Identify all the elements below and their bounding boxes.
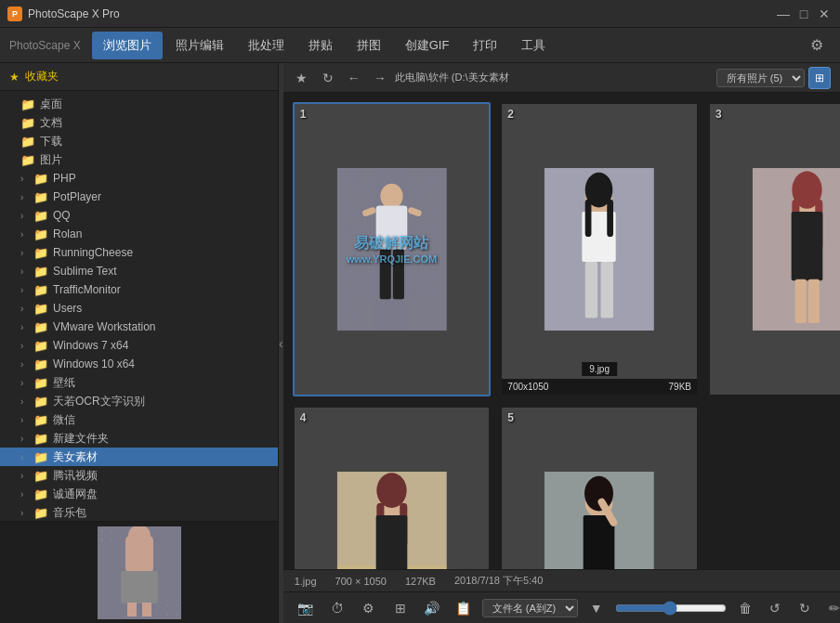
camera-button[interactable]: 📷 xyxy=(293,596,319,620)
edit-button[interactable]: ✏ xyxy=(821,596,840,620)
item-label: 新建文件夹 xyxy=(53,431,270,447)
rotate-ccw-button[interactable]: ↺ xyxy=(762,596,788,620)
item-label: RunningCheese xyxy=(53,246,270,259)
photo-cell-4[interactable]: 4 xyxy=(293,406,492,569)
minimize-button[interactable]: — xyxy=(775,6,792,22)
menu-tools[interactable]: 工具 xyxy=(510,32,557,59)
photo-cell-5[interactable]: 5 xyxy=(500,406,699,569)
delete-button[interactable]: 🗑 xyxy=(732,596,758,620)
item-label: Windows 7 x64 xyxy=(53,339,270,352)
svg-rect-37 xyxy=(792,212,823,280)
svg-point-7 xyxy=(101,539,103,541)
item-label: 桌面 xyxy=(40,97,270,112)
sidebar-item-wallpaper[interactable]: › 📁 壁纸 xyxy=(0,373,278,392)
menu-puzzle[interactable]: 拼图 xyxy=(346,32,392,59)
folder-icon: 📁 xyxy=(33,487,48,501)
expand-arrow: › xyxy=(20,471,32,481)
menubar: PhotoScape X 浏览图片 照片编辑 批处理 拼贴 拼图 创建GIF 打… xyxy=(0,28,840,63)
menu-batch[interactable]: 批处理 xyxy=(237,32,295,59)
photo-img-4 xyxy=(295,408,490,569)
grid-button[interactable]: ⊞ xyxy=(387,596,413,620)
sidebar-item-rolan[interactable]: › 📁 Rolan xyxy=(0,225,278,243)
menu-browse[interactable]: 浏览图片 xyxy=(92,32,163,59)
photo-number-5: 5 xyxy=(507,411,514,424)
window-controls: — □ ✕ xyxy=(775,6,833,22)
volume-button[interactable]: 🔊 xyxy=(419,596,445,620)
sidebar-item-users[interactable]: › 📁 Users xyxy=(0,299,278,318)
sidebar-item-docs[interactable]: 📁 文档 xyxy=(0,113,278,132)
sidebar-item-newfolder[interactable]: › 📁 新建文件夹 xyxy=(0,429,278,448)
sidebar-item-wechat[interactable]: › 📁 微信 xyxy=(0,410,278,429)
folder-icon: 📁 xyxy=(33,357,48,371)
expand-arrow: › xyxy=(20,322,32,332)
sidebar-item-win7[interactable]: › 📁 Windows 7 x64 xyxy=(0,336,278,355)
expand-arrow: › xyxy=(20,396,32,407)
folder-icon: 📁 xyxy=(33,283,48,297)
item-label: Sublime Text xyxy=(53,265,270,278)
sidebar-item-musicpack[interactable]: › 📁 音乐包 xyxy=(0,503,278,521)
sidebar-item-meinu[interactable]: › 📁 美女素材 xyxy=(0,448,278,466)
folder-icon: 📁 xyxy=(20,116,35,130)
rotate-button[interactable]: ⏱ xyxy=(324,596,350,620)
folder-icon: 📁 xyxy=(33,339,48,353)
sidebar-item-trafficmonitor[interactable]: › 📁 TrafficMonitor xyxy=(0,280,278,299)
item-label: Rolan xyxy=(53,227,270,240)
sidebar-item-sublimetext[interactable]: › 📁 Sublime Text xyxy=(0,262,278,280)
sidebar-item-pictures[interactable]: 📁 图片 xyxy=(0,150,278,169)
svg-rect-30 xyxy=(585,200,592,237)
settings-button[interactable]: ⚙ xyxy=(803,32,831,59)
photo-number-1: 1 xyxy=(300,108,307,121)
photo-dimensions-2: 700x1050 xyxy=(507,382,548,392)
photo-cell-2[interactable]: 2 xyxy=(500,102,699,396)
refresh-button[interactable]: ↻ xyxy=(317,67,339,89)
sidebar-item-php[interactable]: › 📁 PHP xyxy=(0,169,278,188)
color-button[interactable]: ⚙ xyxy=(356,596,382,620)
view-list-button[interactable]: ☰ xyxy=(834,67,840,89)
size-slider[interactable] xyxy=(615,601,727,616)
sidebar-item-desktop[interactable]: 📁 桌面 xyxy=(0,95,278,113)
photo-cell-1[interactable]: 1 xyxy=(293,102,492,396)
svg-rect-39 xyxy=(808,279,820,323)
photo-img-1: 易破解网站 www.YRQJIE.COM xyxy=(295,104,490,395)
svg-rect-17 xyxy=(409,168,446,331)
sidebar-item-qq[interactable]: › 📁 QQ xyxy=(0,206,278,225)
maximize-button[interactable]: □ xyxy=(795,6,812,22)
export-button[interactable]: 📋 xyxy=(451,596,477,620)
back-button[interactable]: ← xyxy=(343,67,365,89)
filter-select[interactable]: 所有照片 (5) xyxy=(716,69,805,87)
favorites-header[interactable]: ★ 收藏夹 xyxy=(0,63,278,91)
sidebar-item-ctpan[interactable]: › 📁 诚通网盘 xyxy=(0,485,278,503)
svg-rect-20 xyxy=(379,249,390,299)
rotate-cw-button[interactable]: ↻ xyxy=(792,596,818,620)
item-label: TrafficMonitor xyxy=(53,283,270,296)
svg-point-10 xyxy=(166,604,168,606)
close-button[interactable]: ✕ xyxy=(816,6,833,22)
folder-icon: 📁 xyxy=(20,97,35,111)
sidebar-item-tencent[interactable]: › 📁 腾讯视频 xyxy=(0,466,278,485)
sidebar-item-ocr[interactable]: › 📁 天若OCR文字识别 xyxy=(0,392,278,410)
menu-gif[interactable]: 创建GIF xyxy=(394,32,461,59)
item-label: PotPlayer xyxy=(53,190,270,203)
content-toolbar: ★ ↻ ← → 此电脑\软件 (D:\美女素材 所有照片 (5) ⊞ ☰ ▣ ⛶ xyxy=(283,63,840,93)
expand-arrow: › xyxy=(20,285,32,295)
sidebar-item-downloads[interactable]: 📁 下载 xyxy=(0,132,278,150)
menu-collage[interactable]: 拼贴 xyxy=(297,32,344,59)
sidebar-item-win10[interactable]: › 📁 Windows 10 x64 xyxy=(0,355,278,373)
sort-direction-button[interactable]: ▼ xyxy=(584,596,610,620)
svg-point-9 xyxy=(111,539,112,541)
menu-edit[interactable]: 照片编辑 xyxy=(164,32,235,59)
menu-print[interactable]: 打印 xyxy=(462,32,508,59)
sort-select[interactable]: 文件名 (A到Z) 文件名 (Z到A) 日期 (新到旧) 日期 (旧到新) xyxy=(482,599,578,617)
content-panel: ★ ↻ ← → 此电脑\软件 (D:\美女素材 所有照片 (5) ⊞ ☰ ▣ ⛶… xyxy=(283,63,840,623)
folder-icon: 📁 xyxy=(33,246,48,260)
sidebar-item-runningcheese[interactable]: › 📁 RunningCheese xyxy=(0,243,278,262)
svg-point-51 xyxy=(584,476,613,512)
favorite-button[interactable]: ★ xyxy=(291,67,313,89)
view-grid-button[interactable]: ⊞ xyxy=(808,67,831,89)
expand-arrow: › xyxy=(20,174,32,184)
photo-cell-3[interactable]: 3 xyxy=(708,102,840,396)
forward-button[interactable]: → xyxy=(369,67,391,89)
sidebar-item-potplayer[interactable]: › 📁 PotPlayer xyxy=(0,188,278,206)
sidebar-item-vmware[interactable]: › 📁 VMware Workstation xyxy=(0,318,278,336)
svg-rect-4 xyxy=(127,603,137,617)
